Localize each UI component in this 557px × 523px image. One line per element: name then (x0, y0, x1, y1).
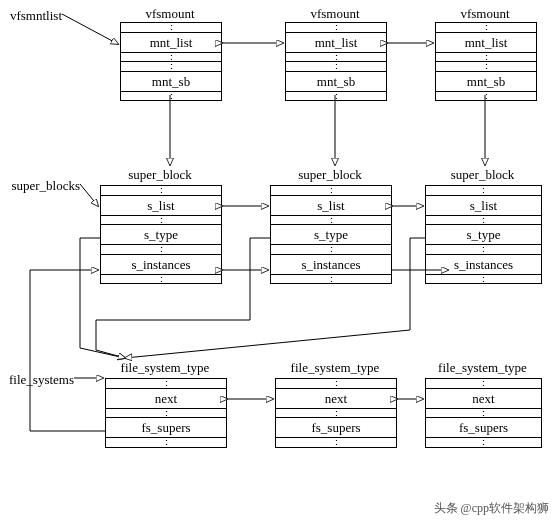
dots: ⋮ (106, 379, 226, 388)
dots: ⋮ (271, 215, 391, 225)
field-s-instances: s_instances (101, 254, 221, 274)
field-next: next (276, 388, 396, 408)
dots: ⋮ (426, 244, 541, 254)
dots: ⋮ (286, 23, 386, 32)
dots: ⋮ (271, 274, 391, 284)
dots: ⋮ (436, 61, 536, 71)
watermark: 头条 @cpp软件架构狮 (434, 500, 549, 517)
struct-vfsmount-1: ⋮ mnt_list ⋮ ⋮ mnt_sb ⋮ (120, 22, 222, 101)
field-next: next (426, 388, 541, 408)
dots: ⋮ (106, 408, 226, 418)
dots: ⋮ (121, 61, 221, 71)
title-fst-3: file_system_type (425, 360, 540, 376)
struct-fst-3: ⋮ next ⋮ fs_supers ⋮ (425, 378, 542, 448)
field-s-instances: s_instances (271, 254, 391, 274)
label-vfsmntlist: vfsmntlist (2, 8, 62, 24)
dots: ⋮ (436, 91, 536, 101)
struct-fst-2: ⋮ next ⋮ fs_supers ⋮ (275, 378, 397, 448)
field-mnt-sb: mnt_sb (286, 71, 386, 91)
field-next: next (106, 388, 226, 408)
field-mnt-sb: mnt_sb (436, 71, 536, 91)
field-s-list: s_list (426, 195, 541, 215)
dots: ⋮ (276, 437, 396, 447)
dots: ⋮ (286, 91, 386, 101)
field-s-type: s_type (101, 224, 221, 244)
field-fs-supers: fs_supers (106, 417, 226, 437)
struct-super-block-3: ⋮ s_list ⋮ s_type ⋮ s_instances ⋮ (425, 185, 542, 284)
struct-vfsmount-2: ⋮ mnt_list ⋮ ⋮ mnt_sb ⋮ (285, 22, 387, 101)
title-fst-1: file_system_type (105, 360, 225, 376)
dots: ⋮ (271, 244, 391, 254)
svg-line-6 (80, 184, 98, 206)
field-mnt-list: mnt_list (121, 32, 221, 52)
title-fst-2: file_system_type (275, 360, 395, 376)
title-super-block-1: super_block (100, 167, 220, 183)
dots: ⋮ (426, 186, 541, 195)
dots: ⋮ (436, 23, 536, 32)
field-mnt-sb: mnt_sb (121, 71, 221, 91)
struct-fst-1: ⋮ next ⋮ fs_supers ⋮ (105, 378, 227, 448)
label-super-blocks: super_blocks (2, 178, 80, 194)
struct-super-block-2: ⋮ s_list ⋮ s_type ⋮ s_instances ⋮ (270, 185, 392, 284)
dots: ⋮ (276, 408, 396, 418)
field-s-instances: s_instances (426, 254, 541, 274)
struct-vfsmount-3: ⋮ mnt_list ⋮ ⋮ mnt_sb ⋮ (435, 22, 537, 101)
field-mnt-list: mnt_list (286, 32, 386, 52)
dots: ⋮ (121, 91, 221, 101)
svg-line-0 (62, 14, 118, 44)
struct-super-block-1: ⋮ s_list ⋮ s_type ⋮ s_instances ⋮ (100, 185, 222, 284)
dots: ⋮ (426, 437, 541, 447)
dots: ⋮ (121, 23, 221, 32)
dots: ⋮ (106, 437, 226, 447)
title-super-block-3: super_block (425, 167, 540, 183)
dots: ⋮ (286, 61, 386, 71)
dots: ⋮ (426, 215, 541, 225)
dots: ⋮ (276, 379, 396, 388)
field-fs-supers: fs_supers (426, 417, 541, 437)
dots: ⋮ (271, 186, 391, 195)
dots: ⋮ (426, 379, 541, 388)
field-s-type: s_type (271, 224, 391, 244)
field-s-type: s_type (426, 224, 541, 244)
title-super-block-2: super_block (270, 167, 390, 183)
field-fs-supers: fs_supers (276, 417, 396, 437)
field-s-list: s_list (101, 195, 221, 215)
dots: ⋮ (426, 274, 541, 284)
dots: ⋮ (101, 186, 221, 195)
dots: ⋮ (101, 274, 221, 284)
field-mnt-list: mnt_list (436, 32, 536, 52)
dots: ⋮ (426, 408, 541, 418)
field-s-list: s_list (271, 195, 391, 215)
label-file-systems: file_systems (2, 372, 74, 388)
dots: ⋮ (101, 244, 221, 254)
dots: ⋮ (101, 215, 221, 225)
